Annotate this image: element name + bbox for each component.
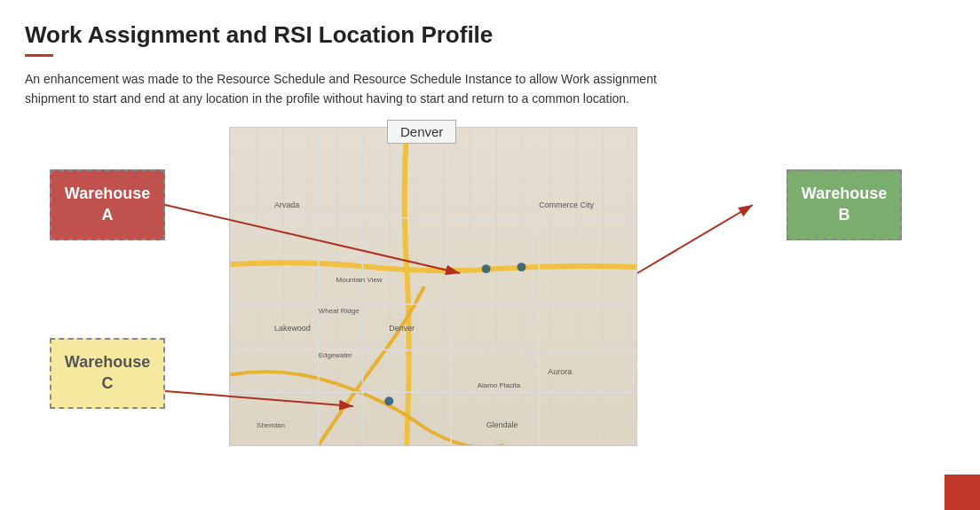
svg-text:Arvada: Arvada (274, 200, 299, 208)
warehouse-c: Warehouse C (50, 338, 165, 409)
warehouse-b-line2: B (838, 206, 850, 224)
svg-line-25 (637, 205, 753, 273)
warehouse-a: Warehouse A (50, 169, 165, 240)
warehouse-a-line2: A (101, 206, 113, 224)
svg-line-0 (230, 216, 636, 220)
page-container: Work Assignment and RSI Location Profile… (0, 0, 980, 473)
svg-point-21 (517, 263, 526, 271)
svg-text:Alamo Placita: Alamo Placita (478, 381, 521, 389)
svg-line-2 (230, 348, 636, 352)
map-grid: Arvada Lakewood Denver Commerce City Aur… (230, 128, 636, 445)
description: An enhancement was made to the Resource … (25, 69, 699, 109)
svg-text:Englewood: Englewood (402, 443, 437, 445)
map-image: Arvada Lakewood Denver Commerce City Aur… (229, 127, 637, 446)
svg-text:Glendale: Glendale (486, 420, 518, 429)
svg-text:Wheat Ridge: Wheat Ridge (319, 307, 360, 315)
svg-text:Mountain View: Mountain View (336, 276, 383, 284)
warehouse-a-label: Warehouse A (65, 184, 150, 225)
page-title: Work Assignment and RSI Location Profile (25, 21, 955, 49)
warehouse-c-label: Warehouse C (65, 352, 150, 394)
warehouse-c-line1: Warehouse (65, 353, 150, 371)
svg-text:Aurora: Aurora (548, 367, 572, 376)
title-underline (25, 54, 53, 57)
warehouse-c-line2: C (101, 374, 113, 392)
bottom-right-corner-accent (944, 475, 980, 510)
warehouse-b-line1: Warehouse (802, 184, 887, 202)
map-roads-svg: Arvada Lakewood Denver Commerce City Aur… (230, 128, 636, 445)
warehouse-b-label: Warehouse B (802, 184, 887, 225)
map-area: Denver (25, 127, 955, 455)
svg-text:Lakewood: Lakewood (274, 324, 311, 333)
svg-text:Sheridan: Sheridan (257, 421, 285, 429)
svg-point-22 (384, 396, 393, 405)
svg-text:Edgewater: Edgewater (319, 350, 352, 358)
svg-text:Denver: Denver (389, 324, 415, 333)
denver-label: Denver (387, 120, 456, 144)
svg-point-20 (482, 264, 491, 273)
svg-text:Commerce City: Commerce City (539, 200, 594, 208)
warehouse-b: Warehouse B (786, 169, 902, 240)
warehouse-a-line1: Warehouse (65, 184, 150, 202)
